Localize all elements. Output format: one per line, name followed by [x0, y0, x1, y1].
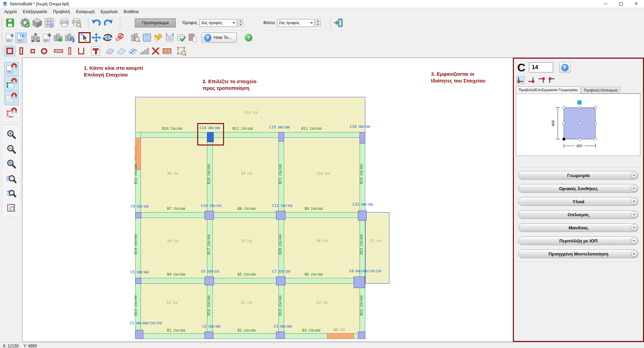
menu-item-1[interactable]: Επεξεργασία	[20, 9, 50, 15]
snap-dwg-button[interactable]: DWG	[4, 62, 19, 76]
u-wall-tool[interactable]	[75, 46, 87, 56]
tab-reinforcement[interactable]: Προβολή Οπλισμού	[581, 87, 621, 93]
toolbar-grip[interactable]	[329, 17, 331, 29]
format-painter-button[interactable]	[153, 32, 164, 43]
buildings-refresh-button[interactable]	[64, 32, 75, 43]
column-C2[interactable]	[205, 332, 213, 339]
buildings-forward-button[interactable]	[53, 32, 64, 43]
slab-tool[interactable]	[104, 46, 116, 56]
move-element-button[interactable]	[91, 32, 102, 43]
accordion-expand-button[interactable]	[631, 237, 637, 244]
spin-up[interactable]	[238, 19, 243, 23]
accordion-1[interactable]: Γεωμετρία	[518, 171, 639, 180]
print-preview-button[interactable]	[70, 17, 83, 29]
accordion-expand-button[interactable]	[631, 250, 637, 257]
stairs-tool[interactable]	[139, 46, 150, 56]
undo-button[interactable]	[90, 17, 102, 29]
close-button[interactable]	[629, 0, 644, 8]
snap-points-button[interactable]	[4, 106, 19, 120]
accordion-2[interactable]: Οριακές Συνθήκες	[518, 184, 639, 193]
zoom-extents-button[interactable]	[4, 157, 19, 171]
beam-row-1[interactable]	[135, 132, 365, 138]
column-C5[interactable]	[135, 278, 141, 284]
rotate-element-button[interactable]	[102, 32, 113, 43]
t-beam-tool[interactable]	[90, 46, 101, 56]
column-C16[interactable]	[360, 132, 365, 143]
spin-down[interactable]	[238, 23, 243, 26]
toolbar-grip[interactable]	[1, 32, 3, 43]
circular-column-tool[interactable]	[38, 46, 50, 56]
region-selection-tool[interactable]	[176, 46, 187, 56]
save-button[interactable]	[4, 17, 16, 29]
menu-item-2[interactable]: Προβολή	[50, 9, 73, 15]
menu-item-4[interactable]: Εργαλεία	[98, 9, 121, 15]
slab-inclined-tool[interactable]	[127, 46, 139, 56]
dwg-view-button[interactable]: DWG	[15, 32, 27, 43]
minimize-button[interactable]	[598, 0, 613, 8]
renumber-button[interactable]: 13	[164, 32, 175, 43]
rotation-handle[interactable]	[578, 101, 581, 104]
help-button[interactable]	[243, 32, 254, 43]
toolbar-grip[interactable]	[1, 17, 3, 29]
background-select[interactable]: 2ος όροφος	[277, 19, 315, 27]
settings-button[interactable]	[19, 17, 31, 29]
storey-spinner[interactable]	[238, 19, 243, 26]
l-column-tool[interactable]	[15, 46, 27, 56]
column-C3[interactable]	[276, 332, 285, 339]
building-report-button[interactable]	[187, 32, 198, 43]
spin-up[interactable]	[316, 19, 320, 23]
model-toggle-button[interactable]: Προσομοίωμα	[135, 18, 176, 27]
element-info-button[interactable]	[141, 32, 153, 43]
zoom-out-button[interactable]	[4, 142, 19, 156]
zoom-dynamic-button[interactable]	[4, 186, 19, 200]
column-C12[interactable]	[358, 211, 367, 221]
toolbar-grip[interactable]	[1, 46, 3, 56]
select-element-button[interactable]	[78, 32, 91, 43]
column-C6[interactable]	[205, 277, 214, 285]
element-id-input[interactable]	[529, 62, 553, 72]
wall-W4[interactable]	[327, 333, 354, 339]
slab-loaded-tool[interactable]	[116, 46, 127, 56]
column-corner[interactable]	[358, 332, 365, 339]
accordion-expand-button[interactable]	[631, 198, 637, 205]
panel-help-button[interactable]	[559, 62, 571, 73]
building-grid-button[interactable]	[30, 32, 41, 43]
grid-check-button[interactable]	[175, 32, 187, 43]
accordion-6[interactable]: Περιτύλιξη με ΙΟΠ	[518, 236, 639, 245]
accordion-7[interactable]: Προηγμένη Μοντελοποίηση	[518, 249, 639, 258]
column-C7[interactable]	[276, 277, 285, 285]
beam-row-3[interactable]	[135, 278, 365, 284]
column-C11[interactable]	[276, 211, 285, 220]
beam-row-2[interactable]	[135, 212, 365, 218]
delete-element-button[interactable]	[113, 32, 125, 43]
snap-grid-button[interactable]	[4, 91, 19, 105]
maximize-button[interactable]	[613, 0, 629, 8]
accordion-5[interactable]: Μανδύας	[518, 223, 639, 232]
background-spinner[interactable]	[315, 19, 321, 26]
accordion-4[interactable]: Οπλισμός	[518, 210, 639, 219]
toolbar-grip[interactable]	[119, 17, 121, 29]
snap-lines-button[interactable]	[4, 76, 19, 91]
toolbar-grip[interactable]	[87, 17, 89, 29]
accordion-3[interactable]: Υλικά	[518, 197, 639, 206]
accordion-expand-button[interactable]	[631, 224, 637, 231]
redo-button[interactable]	[102, 17, 114, 29]
column-C15[interactable]	[278, 132, 284, 141]
print-button[interactable]	[58, 17, 70, 29]
insertion-top-left-button[interactable]	[548, 76, 556, 84]
storey-select[interactable]: 3ος όροφος	[200, 19, 237, 27]
infill-wall-tool[interactable]	[161, 46, 173, 56]
tab-geometry[interactable]: Προβολή/Επεξεργασία Γεωμετρίας	[516, 86, 581, 94]
3d-view-button[interactable]	[31, 17, 43, 29]
column-C8[interactable]	[354, 277, 365, 288]
spin-down[interactable]	[316, 23, 320, 26]
opening-tool[interactable]	[150, 46, 161, 56]
rectangular-column-tool[interactable]	[4, 46, 15, 56]
exit-view-button[interactable]	[332, 17, 344, 29]
column-C10[interactable]	[205, 211, 214, 220]
insertion-top-right-button[interactable]	[537, 76, 545, 84]
column-C9[interactable]	[135, 212, 141, 218]
zoom-window-button[interactable]	[4, 172, 19, 186]
dwg-import-button[interactable]: DWG	[4, 32, 15, 43]
column-C1[interactable]	[135, 330, 143, 339]
